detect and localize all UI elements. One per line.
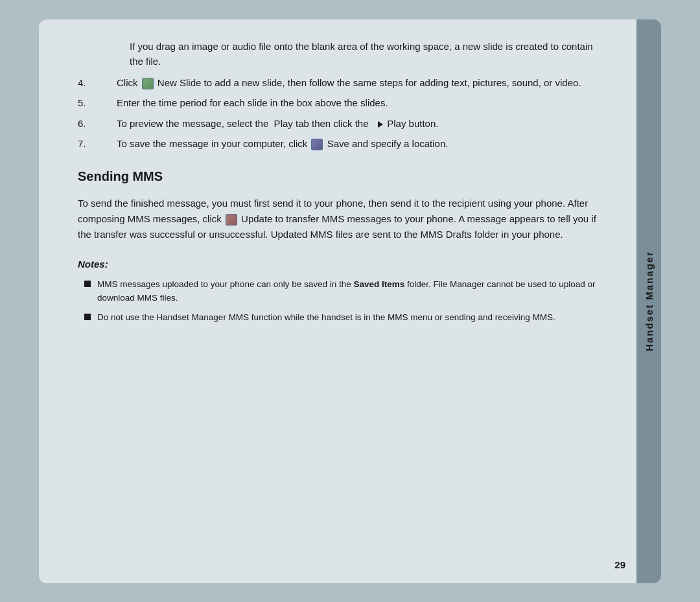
note-item-1: MMS messages uploaded to your phone can … — [84, 278, 604, 305]
notes-list: MMS messages uploaded to your phone can … — [78, 278, 604, 324]
steps-list: 4. Click New Slide to add a new slide, t… — [78, 75, 604, 151]
step-7: 7. To save the message in your computer,… — [78, 136, 604, 151]
update-icon — [226, 214, 237, 226]
notes-heading: Notes: — [78, 257, 604, 272]
sending-mms-body: To send the finished message, you must f… — [78, 196, 604, 242]
bullet-icon — [84, 281, 91, 287]
step-5: 5. Enter the time period for each slide … — [78, 95, 604, 110]
intro-text: If you drag an image or audio file onto … — [78, 39, 604, 69]
sidebar: Handset Manager — [636, 19, 661, 583]
sending-mms-heading: Sending MMS — [78, 167, 604, 187]
sidebar-title: Handset Manager — [644, 251, 655, 351]
save-icon — [311, 139, 323, 150]
note-item-2: Do not use the Handset Manager MMS funct… — [84, 311, 604, 324]
step-6: 6. To preview the message, select the Pl… — [78, 116, 604, 131]
notes-section: Notes: MMS messages uploaded to your pho… — [78, 257, 604, 324]
step-4: 4. Click New Slide to add a new slide, t… — [78, 75, 604, 90]
bullet-icon — [84, 314, 91, 320]
new-slide-icon — [142, 78, 154, 89]
page-number: 29 — [614, 559, 625, 570]
play-arrow-icon — [378, 121, 383, 128]
